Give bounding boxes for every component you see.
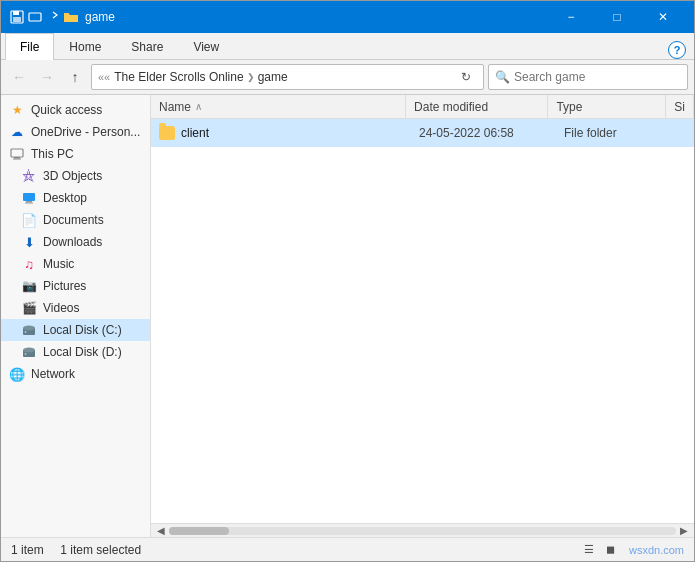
ribbon: File Home Share View ? [1,33,694,60]
sidebar-item-onedrive[interactable]: ☁ OneDrive - Person... [1,121,150,143]
status-left: 1 item 1 item selected [11,543,141,557]
watermark: wsxdn.com [629,544,684,556]
svg-point-12 [25,331,27,333]
content-area: Name ∧ Date modified Type Si [151,95,694,523]
sidebar: ★ Quick access ☁ OneDrive - Person... Th… [1,95,151,537]
documents-icon: 📄 [21,212,37,228]
col-size-label: Si [674,100,685,114]
svg-point-14 [23,348,35,353]
svg-rect-3 [29,13,41,21]
back-button[interactable]: ← [7,65,31,89]
col-header-name[interactable]: Name ∧ [151,95,406,118]
window-controls: − □ ✕ [548,1,686,33]
col-header-size[interactable]: Si [666,95,694,118]
sidebar-item-network[interactable]: 🌐 Network [1,363,150,385]
desktop-label: Desktop [43,191,87,205]
col-header-date[interactable]: Date modified [406,95,548,118]
title-bar: game − □ ✕ [1,1,694,33]
scroll-left-button[interactable]: ◀ [153,525,169,536]
svg-rect-2 [13,17,21,22]
file-row-client[interactable]: client 24-05-2022 06:58 File folder [151,119,694,147]
tab-share[interactable]: Share [116,33,178,60]
file-name-text: client [181,126,209,140]
title-text: game [85,10,115,24]
svg-rect-1 [13,11,19,15]
svg-rect-8 [26,201,32,203]
scrollbar-track[interactable] [169,527,676,535]
local-disk-d-label: Local Disk (D:) [43,345,122,359]
up-button[interactable]: ↑ [63,65,87,89]
breadcrumb-root-icon: «« [98,71,110,83]
desktop-icon [21,190,37,206]
folder-icon [159,126,175,140]
videos-icon: 🎬 [21,300,37,316]
svg-rect-6 [13,159,21,160]
sidebar-item-documents[interactable]: 📄 Documents [1,209,150,231]
sidebar-item-quick-access[interactable]: ★ Quick access [1,99,150,121]
quick-access-icon: ★ [9,102,25,118]
downloads-label: Downloads [43,235,102,249]
tb-folder-icon [63,9,79,25]
tb-icon-save[interactable] [9,9,25,25]
svg-rect-4 [11,149,23,157]
ribbon-tabs: File Home Share View ? [1,33,694,59]
file-type-text: File folder [564,126,617,140]
tab-view[interactable]: View [178,33,234,60]
svg-point-11 [23,326,35,331]
close-button[interactable]: ✕ [640,1,686,33]
col-date-label: Date modified [414,100,488,114]
scroll-right-button[interactable]: ▶ [676,525,692,536]
address-bar[interactable]: «« The Elder Scrolls Online ❯ game ↻ [91,64,484,90]
title-bar-quick-access: game [9,9,115,25]
refresh-button[interactable]: ↻ [455,66,477,88]
forward-button[interactable]: → [35,65,59,89]
network-icon: 🌐 [9,366,25,382]
file-size-cell [676,119,694,147]
view-toggle: ☰ ◼ [579,541,621,559]
sidebar-item-desktop[interactable]: Desktop [1,187,150,209]
svg-rect-5 [14,157,20,159]
sidebar-item-pictures[interactable]: 📷 Pictures [1,275,150,297]
file-name-cell: client [151,119,411,147]
details-view-button[interactable]: ☰ [579,541,599,559]
3d-objects-label: 3D Objects [43,169,102,183]
onedrive-label: OneDrive - Person... [31,125,140,139]
horizontal-scrollbar[interactable]: ◀ ▶ [151,523,694,537]
sidebar-item-3d-objects[interactable]: ⛤ 3D Objects [1,165,150,187]
sidebar-item-downloads[interactable]: ⬇ Downloads [1,231,150,253]
svg-point-15 [25,353,27,355]
address-row: ← → ↑ «« The Elder Scrolls Online ❯ game… [1,60,694,95]
tab-home[interactable]: Home [54,33,116,60]
this-pc-label: This PC [31,147,74,161]
col-type-label: Type [556,100,582,114]
col-header-type[interactable]: Type [548,95,666,118]
sidebar-item-music[interactable]: ♫ Music [1,253,150,275]
selection-info: 1 item selected [60,543,141,557]
search-box[interactable]: 🔍 [488,64,688,90]
pictures-icon: 📷 [21,278,37,294]
breadcrumb-game[interactable]: game [258,70,288,84]
col-name-label: Name [159,100,191,114]
large-icon-view-button[interactable]: ◼ [601,541,621,559]
breadcrumb-chevron-1: ❯ [247,72,255,82]
search-input[interactable] [514,70,681,84]
tb-icon-undo[interactable] [27,9,43,25]
sidebar-item-this-pc[interactable]: This PC [1,143,150,165]
sidebar-item-local-disk-d[interactable]: Local Disk (D:) [1,341,150,363]
music-icon: ♫ [21,256,37,272]
tb-icon-redo[interactable] [45,9,61,25]
pictures-label: Pictures [43,279,86,293]
onedrive-icon: ☁ [9,124,25,140]
breadcrumb: The Elder Scrolls Online ❯ game [114,70,451,84]
sidebar-item-local-disk-c[interactable]: Local Disk (C:) [1,319,150,341]
help-button[interactable]: ? [668,41,686,59]
this-pc-icon [9,146,25,162]
local-disk-d-icon [21,344,37,360]
maximize-button[interactable]: □ [594,1,640,33]
downloads-icon: ⬇ [21,234,37,250]
scrollbar-thumb[interactable] [169,527,229,535]
tab-file[interactable]: File [5,33,54,60]
minimize-button[interactable]: − [548,1,594,33]
breadcrumb-elder-scrolls[interactable]: The Elder Scrolls Online [114,70,243,84]
sidebar-item-videos[interactable]: 🎬 Videos [1,297,150,319]
